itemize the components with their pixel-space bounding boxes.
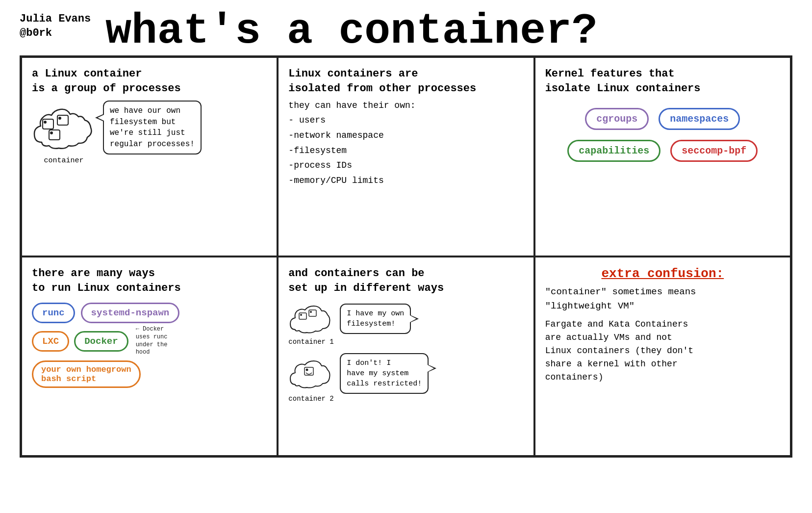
badge-runc: runc xyxy=(32,303,75,323)
confusion-text1: "container" sometimes means"lightweight … xyxy=(545,285,780,313)
speech2: I don't! Ihave my systemcalls restricted… xyxy=(340,353,429,394)
badge-docker: Docker xyxy=(74,331,128,352)
badge-homegrown: your own homegrownbash script xyxy=(32,360,141,388)
svg-point-1 xyxy=(44,121,47,124)
container2-label: container 2 xyxy=(288,395,523,403)
svg-rect-2 xyxy=(57,115,68,125)
confusion-title: extra confusion: xyxy=(545,266,780,281)
docker-note: ← Dockeruses runcunder thehood xyxy=(136,326,168,356)
badge-seccomp: seccomp-bpf xyxy=(670,140,758,162)
feature-list: - users -network namespace -filesystem -… xyxy=(288,113,523,188)
docker-row: LXC Docker ← Dockeruses runcunder thehoo… xyxy=(32,326,267,356)
cell-isolated: Linux containers areisolated from other … xyxy=(278,57,534,256)
kernel-badges: cgroups namespaces capabilities seccomp-… xyxy=(545,108,780,162)
container1-label: container 1 xyxy=(288,338,523,346)
feature-memory: -memory/CPU limits xyxy=(288,173,523,188)
speech-bubble-processes: we have our ownfilesystem butwe're still… xyxy=(103,101,202,154)
containers-graphic: I have my ownfilesystem! container 1 xyxy=(288,300,523,403)
confusion-text2: Fargate and Kata Containers are actually… xyxy=(545,318,780,384)
svg-rect-0 xyxy=(43,119,53,129)
cell4-title: there are many waysto run Linux containe… xyxy=(32,266,267,295)
svg-point-5 xyxy=(50,131,53,134)
badge-namespaces: namespaces xyxy=(659,108,740,130)
cloud1-svg xyxy=(288,300,332,337)
container-label: container xyxy=(32,156,96,165)
small-cloud-2 xyxy=(288,355,332,392)
container-cloud-wrapper: container xyxy=(32,101,96,165)
cell-kernel: Kernel features thatisolate Linux contai… xyxy=(534,57,791,256)
cell1-graphic: container we have our ownfilesystem butw… xyxy=(32,101,267,165)
cloud-svg xyxy=(32,101,96,154)
cell3-title: Kernel features thatisolate Linux contai… xyxy=(545,67,780,96)
container2-row: I don't! Ihave my systemcalls restricted… xyxy=(288,353,523,403)
svg-rect-8 xyxy=(309,310,316,316)
run-badges: runc systemd-nspawn xyxy=(32,303,267,323)
author-name: Julia Evans xyxy=(20,12,91,26)
cell-linux-container: a Linux containeris a group of processes xyxy=(21,57,278,256)
cell5-title: and containers can beset up in different… xyxy=(288,266,523,295)
cell2-title: Linux containers areisolated from other … xyxy=(288,67,523,96)
container1-row: I have my ownfilesystem! container 1 xyxy=(288,300,523,346)
page: Julia Evans @b0rk what's a container? a … xyxy=(0,0,812,513)
svg-rect-6 xyxy=(299,313,306,319)
cell-different-setup: and containers can beset up in different… xyxy=(278,256,534,456)
feature-users: - users xyxy=(288,113,523,128)
speech1: I have my ownfilesystem! xyxy=(340,304,411,334)
author-handle: @b0rk xyxy=(20,26,91,41)
container1-graphic: I have my ownfilesystem! xyxy=(288,300,523,337)
svg-point-9 xyxy=(310,311,312,313)
badge-cgroups: cgroups xyxy=(585,108,649,130)
header: Julia Evans @b0rk what's a container? xyxy=(10,5,802,55)
main-title: what's a container? xyxy=(105,10,597,53)
badge-systemd: systemd-nspawn xyxy=(81,303,180,323)
cell-confusion: extra confusion: "container" sometimes m… xyxy=(534,256,791,456)
container2-graphic: I don't! Ihave my systemcalls restricted… xyxy=(288,353,523,394)
cell2-subtitle: they can have their own: xyxy=(288,101,523,110)
cell-many-ways: there are many waysto run Linux containe… xyxy=(21,256,278,456)
badge-lxc: LXC xyxy=(32,331,69,352)
svg-point-3 xyxy=(58,117,61,120)
feature-filesystem: -filesystem xyxy=(288,143,523,158)
cloud2-svg xyxy=(288,355,332,392)
container-cloud xyxy=(32,101,96,154)
svg-rect-4 xyxy=(49,130,60,140)
svg-point-7 xyxy=(300,314,302,316)
author-block: Julia Evans @b0rk xyxy=(20,12,91,40)
main-grid: a Linux containeris a group of processes xyxy=(20,55,792,458)
feature-network: -network namespace xyxy=(288,128,523,143)
svg-point-11 xyxy=(306,369,308,371)
cell1-title: a Linux containeris a group of processes xyxy=(32,67,267,96)
feature-pids: -process IDs xyxy=(288,158,523,173)
badge-capabilities: capabilities xyxy=(567,140,660,162)
small-cloud-1 xyxy=(288,300,332,337)
